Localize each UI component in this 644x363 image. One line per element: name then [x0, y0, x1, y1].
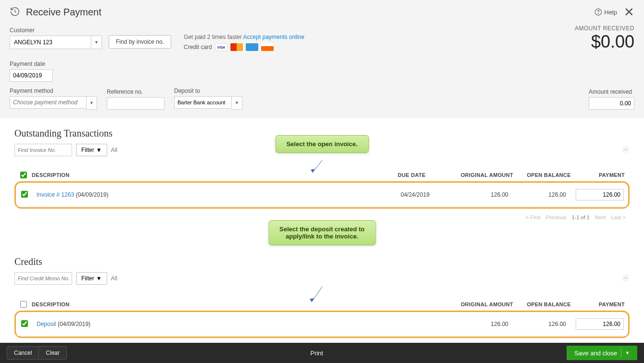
- row-customer: Customer ▼ Find by invoice no. Get paid …: [10, 27, 634, 51]
- credits-section: Credits Filter ▼ All DESCRIPTION ORIGINA…: [14, 256, 630, 350]
- deposit-to-input[interactable]: [174, 96, 232, 109]
- col-due-date: DUE DATE: [398, 172, 446, 178]
- outstanding-pager: < First Previous 1-1 of 1 Next Last >: [14, 212, 630, 220]
- deposit-to-select[interactable]: ▼: [174, 96, 242, 110]
- callout-select-invoice: Select the open invoice.: [275, 135, 368, 153]
- pager-last[interactable]: Last >: [611, 214, 626, 220]
- payment-input[interactable]: [576, 189, 624, 200]
- col-description: DESCRIPTION: [32, 301, 446, 307]
- payment-input[interactable]: [576, 318, 624, 330]
- credits-all-label: All: [111, 275, 117, 282]
- caret-down-icon: ▼: [96, 147, 102, 153]
- find-by-invoice-button[interactable]: Find by invoice no.: [109, 35, 171, 49]
- cell-open: 126.00: [512, 313, 570, 336]
- credits-table: Deposit (04/09/2019) 126.00 126.00: [16, 313, 628, 336]
- caret-down-icon[interactable]: ▼: [625, 350, 630, 355]
- customer-select[interactable]: ▼: [10, 36, 102, 49]
- deposit-to-field: Deposit to ▼: [174, 88, 242, 110]
- reference-label: Reference no.: [107, 88, 164, 95]
- credit-card-row: Credit card VISA: [184, 43, 304, 51]
- print-button[interactable]: Print: [67, 350, 567, 357]
- footer-bar: Cancel Clear Print Save and close ▼: [0, 343, 644, 363]
- page-title: Receive Payment: [26, 7, 101, 18]
- credits-filter-row: Filter ▼ All: [14, 272, 630, 285]
- amount-received-display: AMOUNT RECEIVED $0.00: [575, 25, 634, 52]
- amount-received-value: $0.00: [575, 32, 634, 52]
- col-open-balance: OPEN BALANCE: [513, 301, 571, 307]
- invoice-link[interactable]: Invoice # 1263: [37, 191, 74, 198]
- payment-date-label: Payment date: [10, 61, 634, 67]
- help-icon: [594, 8, 602, 16]
- deposit-to-label: Deposit to: [174, 88, 242, 94]
- deposit-to-dropdown-btn[interactable]: ▼: [232, 96, 242, 110]
- reference-input[interactable]: [107, 97, 164, 110]
- pager-count: 1-1 of 1: [572, 214, 590, 220]
- caret-down-icon: ▼: [96, 275, 102, 282]
- header-left: Receive Payment: [10, 6, 101, 18]
- customer-dropdown-btn[interactable]: ▼: [91, 36, 102, 49]
- svg-line-6: [312, 287, 322, 302]
- gear-icon[interactable]: [622, 274, 630, 283]
- clear-button[interactable]: Clear: [39, 346, 67, 360]
- outstanding-filter-button[interactable]: Filter ▼: [76, 144, 107, 156]
- promo-text: Get paid 2 times faster: [184, 34, 242, 40]
- row-details: Payment method ▼ Reference no. Deposit t…: [10, 88, 634, 110]
- callout-line1: Select the deposit created to: [279, 225, 365, 233]
- discover-icon: [261, 43, 274, 51]
- credits-filter-button[interactable]: Filter ▼: [76, 272, 107, 285]
- amount-received-input[interactable]: [589, 97, 634, 110]
- customer-label: Customer: [10, 27, 102, 34]
- main-area: Outstanding Transactions Select the open…: [0, 118, 644, 363]
- find-credit-input[interactable]: [14, 272, 72, 285]
- accept-payments-link[interactable]: Accept payments online: [243, 34, 304, 40]
- amount-received-label: AMOUNT RECEIVED: [575, 25, 634, 32]
- credits-check-all[interactable]: [20, 301, 27, 308]
- outstanding-all-label: All: [111, 147, 117, 153]
- pager-prev[interactable]: Previous: [546, 214, 567, 220]
- separator: [621, 349, 621, 357]
- save-label: Save and close: [574, 350, 617, 357]
- filter-label: Filter: [81, 275, 94, 282]
- credits-title: Credits: [14, 256, 630, 267]
- gear-icon[interactable]: [622, 146, 630, 155]
- reference-field: Reference no.: [107, 88, 164, 110]
- outstanding-headers: DESCRIPTION DUE DATE ORIGINAL AMOUNT OPE…: [14, 172, 630, 181]
- pager-first[interactable]: < First: [526, 214, 541, 220]
- payment-method-input[interactable]: [10, 96, 87, 109]
- payment-method-field: Payment method ▼: [10, 88, 97, 110]
- payment-method-dropdown-btn[interactable]: ▼: [87, 96, 97, 110]
- amount-received-field-label: Amount received: [589, 88, 634, 95]
- visa-icon: VISA: [215, 43, 227, 51]
- deposit-link[interactable]: Deposit: [37, 321, 56, 327]
- credit-card-label: Credit card: [184, 44, 212, 50]
- amount-received-field: Amount received: [589, 88, 634, 110]
- col-payment: PAYMENT: [571, 172, 629, 178]
- outstanding-check-all[interactable]: [20, 172, 27, 178]
- cell-orig: 126.00: [445, 313, 512, 336]
- outstanding-table: Invoice # 1263 (04/09/2019) 04/24/2019 1…: [16, 183, 628, 207]
- cancel-button[interactable]: Cancel: [7, 346, 39, 360]
- pager-next[interactable]: Next: [595, 214, 606, 220]
- svg-line-3: [313, 160, 322, 173]
- history-icon[interactable]: [10, 6, 20, 18]
- customer-input[interactable]: [10, 36, 91, 49]
- save-and-close-button[interactable]: Save and close ▼: [567, 346, 637, 360]
- row-checkbox[interactable]: [21, 320, 28, 327]
- close-icon[interactable]: ✕: [624, 6, 634, 18]
- col-original-amount: ORIGINAL AMOUNT: [446, 301, 513, 307]
- payment-date-input[interactable]: [10, 69, 53, 82]
- row-checkbox[interactable]: [21, 191, 28, 198]
- table-row[interactable]: Deposit (04/09/2019) 126.00 126.00: [16, 313, 628, 336]
- help-button[interactable]: Help: [594, 8, 617, 16]
- find-invoice-input[interactable]: [14, 144, 72, 156]
- payment-method-label: Payment method: [10, 88, 97, 94]
- promo-block: Get paid 2 times faster Accept payments …: [184, 27, 304, 51]
- deposit-date: (04/09/2019): [58, 321, 90, 327]
- credits-headers: DESCRIPTION ORIGINAL AMOUNT OPEN BALANCE…: [14, 301, 630, 311]
- table-row[interactable]: Invoice # 1263 (04/09/2019) 04/24/2019 1…: [16, 183, 628, 207]
- outstanding-table-highlight: Invoice # 1263 (04/09/2019) 04/24/2019 1…: [14, 181, 630, 209]
- payment-method-select[interactable]: ▼: [10, 96, 97, 110]
- col-description: DESCRIPTION: [32, 172, 398, 178]
- invoice-date: (04/09/2019): [76, 191, 108, 198]
- filter-label: Filter: [81, 147, 94, 153]
